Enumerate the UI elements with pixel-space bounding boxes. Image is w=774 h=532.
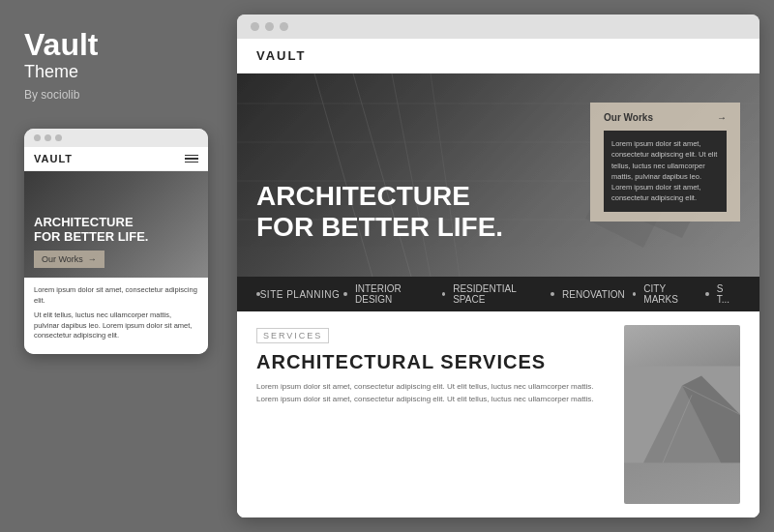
right-panel: VAULT	[237, 15, 759, 517]
services-description: Lorem ipsum dolor sit amet, consectetur …	[256, 381, 609, 406]
mobile-hero: ARCHITECTURE FOR BETTER LIFE. Our Works …	[24, 171, 208, 278]
ticker-dot-6	[705, 292, 709, 296]
desktop-content: VAULT	[237, 39, 759, 517]
mobile-para-1: Lorem ipsum dolor sit amet, consectetur …	[34, 285, 198, 306]
ticker-dot-2	[343, 292, 347, 296]
desktop-hero-heading: ARCHITECTURE FOR BETTER LIFE.	[256, 181, 503, 243]
left-panel: Vault Theme By sociolib VAULT ARCHITECTU…	[0, 0, 237, 532]
brand-subtitle: Theme	[24, 62, 213, 82]
mobile-browser-bar	[24, 129, 208, 147]
mobile-our-works-button[interactable]: Our Works →	[34, 251, 104, 268]
desktop-dot-1	[251, 22, 259, 31]
ticker-sep-1: INTERIOR DESIGN	[343, 283, 433, 305]
ticker-bar: SITE PLANNING INTERIOR DESIGN RESIDENTIA…	[237, 277, 759, 311]
desktop-hero: ARCHITECTURE FOR BETTER LIFE. Our Works …	[237, 74, 759, 277]
mobile-para-2: Ut elit tellus, luctus nec ullamcorper m…	[34, 310, 198, 341]
desktop-bottom: SERVICES ARCHITECTURAL SERVICES Lorem ip…	[237, 311, 759, 517]
services-image-bg	[624, 325, 740, 504]
mobile-dot-3	[55, 134, 62, 141]
brand-block: Vault Theme By sociolib	[24, 29, 213, 129]
services-image	[624, 325, 740, 504]
ticker-sep-4: CITY MARKS	[633, 283, 698, 305]
ticker-dot-5	[633, 292, 637, 296]
mobile-nav: VAULT	[24, 147, 208, 171]
mobile-hamburger-icon[interactable]	[185, 155, 198, 163]
our-works-description: Lorem ipsum dolor sit amet, consectetur …	[604, 131, 727, 212]
ticker-sep-2: RESIDENTIAL SPACE	[442, 283, 544, 305]
mobile-dot-2	[45, 134, 51, 141]
our-works-header: Our Works →	[604, 112, 727, 123]
desktop-our-works-card: Our Works → Lorem ipsum dolor sit amet, …	[590, 103, 740, 222]
ticker-dot-3	[442, 292, 446, 296]
mobile-hero-heading: ARCHITECTURE FOR BETTER LIFE.	[34, 215, 148, 245]
desktop-dot-2	[265, 22, 274, 31]
services-section: SERVICES ARCHITECTURAL SERVICES Lorem ip…	[256, 325, 609, 504]
mobile-hero-text: ARCHITECTURE FOR BETTER LIFE. Our Works …	[34, 215, 148, 268]
our-works-label: Our Works	[604, 112, 653, 123]
our-works-arrow-icon[interactable]: →	[717, 112, 727, 123]
desktop-browser-bar	[237, 15, 759, 39]
mobile-nav-logo: VAULT	[34, 153, 73, 164]
services-title: ARCHITECTURAL SERVICES	[256, 351, 609, 373]
mobile-content: Lorem ipsum dolor sit amet, consectetur …	[24, 278, 208, 354]
brand-title: Vault	[24, 29, 213, 60]
ticker-sep-5: S T...	[705, 283, 736, 305]
ticker-dot-4	[551, 292, 554, 296]
brand-by: By sociolib	[24, 88, 213, 102]
services-label: SERVICES	[256, 328, 329, 343]
desktop-nav-logo: VAULT	[256, 48, 306, 63]
desktop-nav: VAULT	[237, 39, 759, 74]
building-image-icon	[624, 325, 740, 504]
desktop-hero-text: ARCHITECTURE FOR BETTER LIFE.	[256, 181, 503, 243]
ticker-item-1: SITE PLANNING	[260, 289, 341, 300]
mobile-mockup: VAULT ARCHITECTURE FOR BETTER LIFE. Our …	[24, 129, 208, 354]
desktop-dot-3	[280, 22, 288, 31]
mobile-dot-1	[34, 134, 41, 141]
ticker-sep-3: RENOVATION	[551, 289, 625, 300]
